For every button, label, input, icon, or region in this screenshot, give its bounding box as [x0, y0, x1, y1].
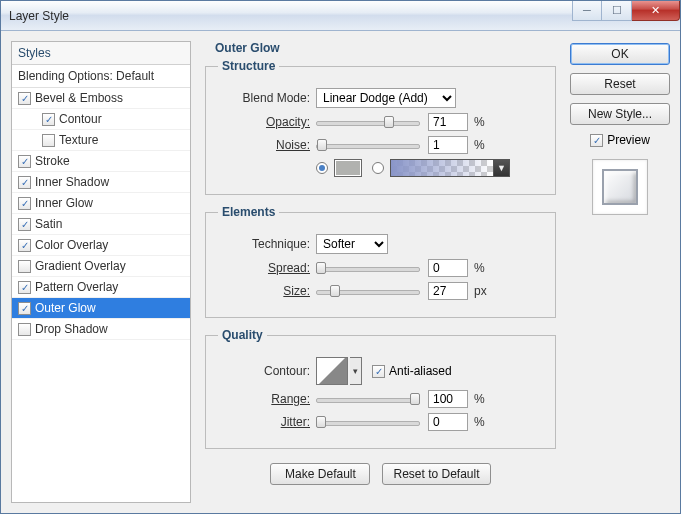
style-checkbox[interactable]	[18, 260, 31, 273]
styles-header[interactable]: Styles	[12, 42, 190, 65]
elements-legend: Elements	[218, 205, 279, 219]
style-checkbox[interactable]	[18, 92, 31, 105]
minimize-button[interactable]: ─	[572, 1, 602, 21]
jitter-label: Jitter:	[218, 415, 310, 429]
blending-options-row[interactable]: Blending Options: Default	[12, 65, 190, 88]
spread-unit: %	[474, 261, 485, 275]
jitter-value[interactable]: 0	[428, 413, 468, 431]
reset-default-button[interactable]: Reset to Default	[382, 463, 490, 485]
noise-label: Noise:	[218, 138, 310, 152]
preview-inner	[602, 169, 638, 205]
main-panel: Outer Glow Structure Blend Mode: Linear …	[201, 41, 560, 503]
opacity-unit: %	[474, 115, 485, 129]
style-item-color-overlay[interactable]: Color Overlay	[12, 235, 190, 256]
style-label: Drop Shadow	[35, 322, 108, 336]
gradient-radio[interactable]	[372, 162, 384, 174]
style-label: Satin	[35, 217, 62, 231]
dialog-body: Styles Blending Options: Default Bevel &…	[1, 31, 680, 513]
noise-slider[interactable]	[316, 136, 420, 154]
style-item-satin[interactable]: Satin	[12, 214, 190, 235]
preview-thumbnail	[592, 159, 648, 215]
technique-select[interactable]: Softer	[316, 234, 388, 254]
style-checkbox[interactable]	[42, 134, 55, 147]
layer-style-dialog: Layer Style ─ ☐ ✕ Styles Blending Option…	[0, 0, 681, 514]
style-label: Contour	[59, 112, 102, 126]
style-label: Color Overlay	[35, 238, 108, 252]
style-label: Inner Shadow	[35, 175, 109, 189]
contour-label: Contour:	[218, 364, 310, 378]
contour-dropdown-icon[interactable]: ▾	[350, 357, 362, 385]
quality-group: Quality Contour: ▾ Anti-aliased Range: 1…	[205, 328, 556, 449]
window-buttons: ─ ☐ ✕	[572, 1, 680, 21]
style-item-gradient-overlay[interactable]: Gradient Overlay	[12, 256, 190, 277]
style-item-texture[interactable]: Texture	[12, 130, 190, 151]
range-value[interactable]: 100	[428, 390, 468, 408]
noise-value[interactable]: 1	[428, 136, 468, 154]
make-default-button[interactable]: Make Default	[270, 463, 370, 485]
maximize-button[interactable]: ☐	[602, 1, 632, 21]
gradient-swatch[interactable]	[390, 159, 494, 177]
new-style-button[interactable]: New Style...	[570, 103, 670, 125]
noise-unit: %	[474, 138, 485, 152]
style-label: Gradient Overlay	[35, 259, 126, 273]
style-item-bevel-emboss[interactable]: Bevel & Emboss	[12, 88, 190, 109]
color-swatch[interactable]	[334, 159, 362, 177]
anti-aliased-checkbox[interactable]	[372, 365, 385, 378]
spread-value[interactable]: 0	[428, 259, 468, 277]
styles-panel: Styles Blending Options: Default Bevel &…	[11, 41, 191, 503]
gradient-dropdown-icon[interactable]: ▼	[494, 159, 510, 177]
window-title: Layer Style	[9, 9, 572, 23]
opacity-value[interactable]: 71	[428, 113, 468, 131]
preview-checkbox[interactable]	[590, 134, 603, 147]
size-slider[interactable]	[316, 282, 420, 300]
style-label: Pattern Overlay	[35, 280, 118, 294]
default-buttons: Make Default Reset to Default	[201, 463, 560, 485]
jitter-slider[interactable]	[316, 413, 420, 431]
style-item-pattern-overlay[interactable]: Pattern Overlay	[12, 277, 190, 298]
style-item-outer-glow[interactable]: Outer Glow	[12, 298, 190, 319]
anti-aliased-label: Anti-aliased	[389, 364, 452, 378]
opacity-slider[interactable]	[316, 113, 420, 131]
style-label: Stroke	[35, 154, 70, 168]
style-checkbox[interactable]	[18, 239, 31, 252]
style-label: Outer Glow	[35, 301, 96, 315]
size-label: Size:	[218, 284, 310, 298]
structure-group: Structure Blend Mode: Linear Dodge (Add)…	[205, 59, 556, 195]
structure-legend: Structure	[218, 59, 279, 73]
style-checkbox[interactable]	[18, 155, 31, 168]
size-unit: px	[474, 284, 487, 298]
panel-title: Outer Glow	[207, 41, 560, 55]
blend-mode-label: Blend Mode:	[218, 91, 310, 105]
style-item-inner-shadow[interactable]: Inner Shadow	[12, 172, 190, 193]
ok-button[interactable]: OK	[570, 43, 670, 65]
range-unit: %	[474, 392, 485, 406]
spread-slider[interactable]	[316, 259, 420, 277]
style-item-drop-shadow[interactable]: Drop Shadow	[12, 319, 190, 340]
close-button[interactable]: ✕	[632, 1, 680, 21]
style-item-stroke[interactable]: Stroke	[12, 151, 190, 172]
technique-label: Technique:	[218, 237, 310, 251]
style-checkbox[interactable]	[18, 176, 31, 189]
style-checkbox[interactable]	[42, 113, 55, 126]
styles-list: Bevel & EmbossContourTextureStrokeInner …	[12, 88, 190, 340]
color-radio[interactable]	[316, 162, 328, 174]
style-item-contour[interactable]: Contour	[12, 109, 190, 130]
style-label: Inner Glow	[35, 196, 93, 210]
right-column: OK Reset New Style... Preview	[570, 41, 670, 503]
style-checkbox[interactable]	[18, 218, 31, 231]
style-label: Texture	[59, 133, 98, 147]
style-checkbox[interactable]	[18, 197, 31, 210]
style-item-inner-glow[interactable]: Inner Glow	[12, 193, 190, 214]
blend-mode-select[interactable]: Linear Dodge (Add)	[316, 88, 456, 108]
quality-legend: Quality	[218, 328, 267, 342]
style-checkbox[interactable]	[18, 281, 31, 294]
contour-picker[interactable]	[316, 357, 348, 385]
range-label: Range:	[218, 392, 310, 406]
opacity-label: Opacity:	[218, 115, 310, 129]
size-value[interactable]: 27	[428, 282, 468, 300]
elements-group: Elements Technique: Softer Spread: 0 % S…	[205, 205, 556, 318]
style-checkbox[interactable]	[18, 302, 31, 315]
reset-button[interactable]: Reset	[570, 73, 670, 95]
range-slider[interactable]	[316, 390, 420, 408]
style-checkbox[interactable]	[18, 323, 31, 336]
